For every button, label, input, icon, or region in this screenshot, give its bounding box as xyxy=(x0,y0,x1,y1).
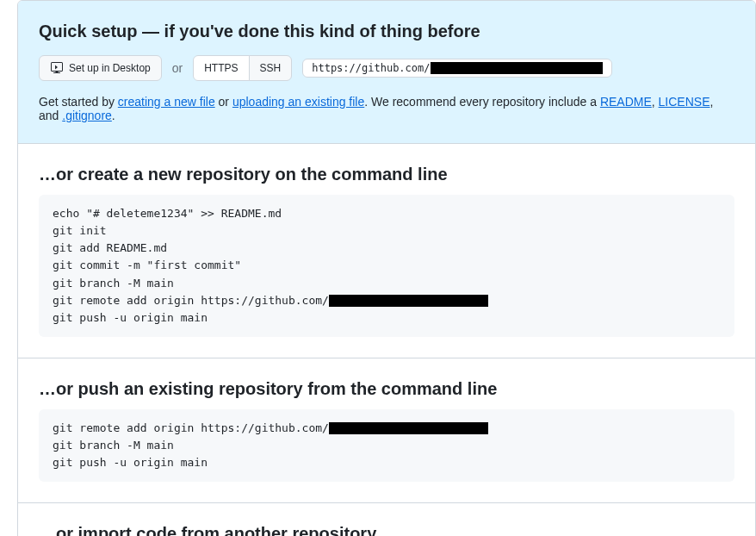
setup-desktop-label: Set up in Desktop xyxy=(69,59,151,77)
push-repo-section: …or push an existing repository from the… xyxy=(18,358,755,503)
clone-url-redacted xyxy=(431,62,603,74)
help-period: . xyxy=(112,109,115,122)
desktop-icon xyxy=(50,61,64,75)
setup-actions-row: Set up in Desktop or HTTPS SSH https://g… xyxy=(39,55,734,81)
code-line: git init xyxy=(53,222,721,240)
redacted-url xyxy=(329,422,488,434)
code-line: git commit -m "first commit" xyxy=(53,257,721,274)
import-repo-section: …or import code from another repository … xyxy=(18,503,755,536)
code-prefix: git remote add origin https://github.com… xyxy=(53,421,329,434)
repo-setup-container: Quick setup — if you've done this kind o… xyxy=(17,0,756,536)
create-repo-heading: …or create a new repository on the comma… xyxy=(39,165,734,184)
help-comma: , xyxy=(652,95,659,109)
help-or: or xyxy=(215,95,232,109)
protocol-toggle: HTTPS SSH xyxy=(193,55,292,81)
code-line: git branch -M main xyxy=(53,437,721,454)
readme-link[interactable]: README xyxy=(600,95,652,109)
create-repo-code[interactable]: echo "# deleteme1234" >> README.mdgit in… xyxy=(39,195,734,337)
redacted-url xyxy=(329,295,488,307)
create-new-file-link[interactable]: creating a new file xyxy=(118,95,215,109)
help-prefix: Get started by xyxy=(39,95,118,109)
license-link[interactable]: LICENSE xyxy=(659,95,710,109)
code-line: git remote add origin https://github.com… xyxy=(53,420,721,437)
code-line: git remote add origin https://github.com… xyxy=(53,292,721,309)
quick-setup-heading: Quick setup — if you've done this kind o… xyxy=(39,22,734,41)
create-repo-section: …or create a new repository on the comma… xyxy=(18,144,755,358)
code-line: git branch -M main xyxy=(53,275,721,292)
https-button[interactable]: HTTPS xyxy=(193,55,249,81)
import-repo-heading: …or import code from another repository xyxy=(39,524,734,536)
setup-desktop-button[interactable]: Set up in Desktop xyxy=(39,55,162,81)
upload-file-link[interactable]: uploading an existing file xyxy=(232,95,364,109)
code-line: git push -u origin main xyxy=(53,309,721,327)
ssh-button[interactable]: SSH xyxy=(249,55,293,81)
quick-setup-panel: Quick setup — if you've done this kind o… xyxy=(18,1,755,144)
clone-url-prefix: https://github.com/ xyxy=(312,62,430,74)
code-prefix: git remote add origin https://github.com… xyxy=(53,294,329,307)
code-line: git add README.md xyxy=(53,240,721,257)
push-repo-code[interactable]: git remote add origin https://github.com… xyxy=(39,409,734,482)
help-mid: . We recommend every repository include … xyxy=(364,95,600,109)
gitignore-link[interactable]: .gitignore xyxy=(62,109,112,122)
code-line: echo "# deleteme1234" >> README.md xyxy=(53,205,721,222)
or-separator: or xyxy=(172,61,183,75)
clone-url-input[interactable]: https://github.com/ xyxy=(302,59,611,78)
push-repo-heading: …or push an existing repository from the… xyxy=(39,379,734,399)
quick-setup-help: Get started by creating a new file or up… xyxy=(39,95,734,122)
code-line: git push -u origin main xyxy=(53,454,721,471)
